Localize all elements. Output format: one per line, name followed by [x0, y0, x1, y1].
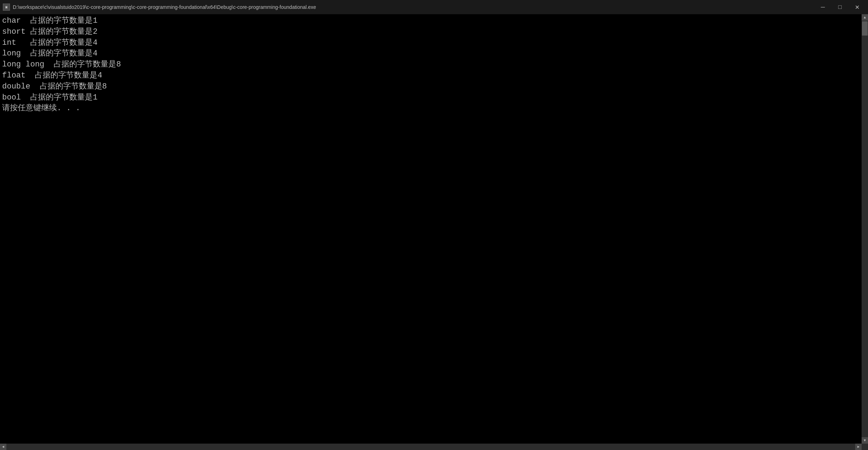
scroll-thumb-y[interactable] [862, 21, 868, 36]
scroll-up-button[interactable]: ▲ [862, 14, 868, 21]
content-area: char 占据的字节数量是1short 占据的字节数量是2int 占据的字节数量… [0, 14, 868, 444]
title-bar: ▣ D:\workspace\c\visualstuido2019\c-core… [0, 0, 868, 14]
scroll-track-y[interactable] [862, 21, 868, 437]
close-button[interactable]: ✕ [849, 1, 865, 13]
console-window: ▣ D:\workspace\c\visualstuido2019\c-core… [0, 0, 868, 450]
terminal-line: short 占据的字节数量是2 [2, 27, 859, 38]
window-icon: ▣ [3, 4, 10, 11]
terminal-line: long long 占据的字节数量是8 [2, 59, 859, 70]
terminal-line: int 占据的字节数量是4 [2, 38, 859, 49]
scroll-right-button[interactable]: ► [855, 444, 862, 450]
window-controls: ─ □ ✕ [815, 1, 865, 13]
scroll-left-button[interactable]: ◄ [0, 444, 6, 450]
terminal-line: bool 占据的字节数量是1 [2, 92, 859, 103]
title-bar-left: ▣ D:\workspace\c\visualstuido2019\c-core… [3, 4, 316, 11]
window-title: D:\workspace\c\visualstuido2019\c-core-p… [13, 4, 316, 10]
terminal-line: float 占据的字节数量是4 [2, 70, 859, 81]
terminal-output[interactable]: char 占据的字节数量是1short 占据的字节数量是2int 占据的字节数量… [0, 14, 862, 444]
scroll-down-button[interactable]: ▼ [862, 437, 868, 444]
terminal-line: char 占据的字节数量是1 [2, 16, 859, 27]
scroll-track-x[interactable] [6, 444, 855, 450]
horizontal-scrollbar-container: ◄ ► [0, 444, 868, 450]
terminal-line: double 占据的字节数量是8 [2, 81, 859, 92]
vertical-scrollbar[interactable]: ▲ ▼ [862, 14, 868, 444]
terminal-line: 请按任意键继续. . . [2, 103, 859, 114]
scrollbar-corner [862, 444, 868, 450]
minimize-button[interactable]: ─ [815, 1, 831, 13]
terminal-line: long 占据的字节数量是4 [2, 48, 859, 59]
restore-button[interactable]: □ [832, 1, 848, 13]
